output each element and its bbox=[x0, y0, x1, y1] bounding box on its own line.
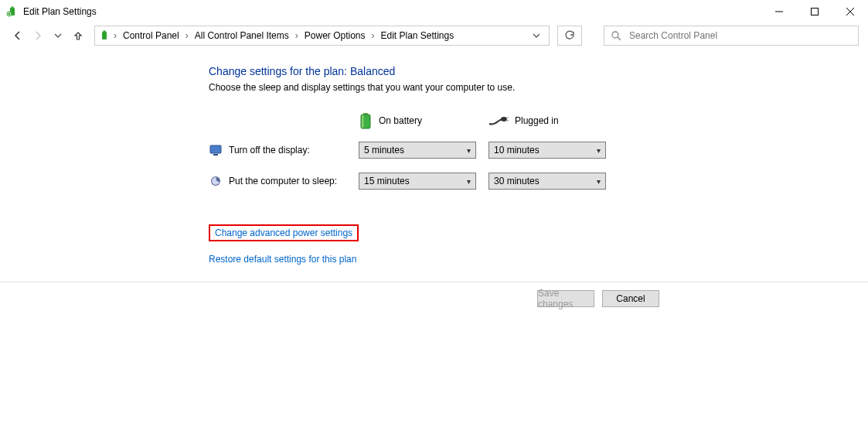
search-icon bbox=[611, 30, 621, 41]
links-area: Change advanced power settings Restore d… bbox=[209, 224, 868, 265]
svg-rect-8 bbox=[104, 31, 106, 32]
row-display-text: Turn off the display: bbox=[229, 145, 310, 156]
plug-icon bbox=[488, 115, 509, 127]
address-dropdown-button[interactable] bbox=[527, 32, 546, 39]
footer-buttons: Save changes Cancel bbox=[0, 282, 868, 307]
page-heading: Change settings for the plan: Balanced bbox=[209, 65, 868, 77]
refresh-button[interactable] bbox=[557, 26, 582, 46]
save-changes-button[interactable]: Save changes bbox=[537, 290, 594, 307]
column-plugged-in: Plugged in bbox=[488, 107, 606, 135]
display-icon bbox=[209, 144, 223, 156]
breadcrumb-item[interactable]: Power Options bbox=[301, 30, 369, 41]
row-sleep-label: Put the computer to sleep: bbox=[209, 166, 346, 197]
forward-button[interactable] bbox=[29, 26, 46, 45]
breadcrumb-item[interactable]: All Control Panel Items bbox=[192, 30, 292, 41]
window-controls bbox=[761, 0, 868, 23]
minimize-button[interactable] bbox=[761, 0, 797, 23]
cancel-button[interactable]: Cancel bbox=[602, 290, 659, 307]
search-box[interactable] bbox=[604, 26, 859, 46]
sleep-plugged-dropdown[interactable]: 30 minutes ▾ bbox=[488, 173, 606, 190]
back-button[interactable] bbox=[9, 26, 26, 45]
display-plugged-dropdown[interactable]: 10 minutes ▾ bbox=[488, 142, 606, 159]
row-display-label: Turn off the display: bbox=[209, 135, 346, 166]
chevron-down-icon: ▾ bbox=[467, 146, 471, 155]
titlebar: Edit Plan Settings bbox=[0, 0, 868, 23]
restore-defaults-link[interactable]: Restore default settings for this plan bbox=[209, 254, 356, 265]
settings-grid: On battery Plugged in Turn off t bbox=[209, 107, 868, 197]
nav-row: ›Control Panel ›All Control Panel Items … bbox=[0, 23, 868, 48]
power-plan-icon bbox=[98, 29, 111, 42]
chevron-right-icon[interactable]: › bbox=[184, 30, 190, 41]
svg-line-16 bbox=[506, 121, 509, 121]
battery-icon bbox=[359, 111, 373, 130]
svg-rect-1 bbox=[12, 7, 14, 9]
breadcrumb: ›Control Panel ›All Control Panel Items … bbox=[112, 30, 526, 41]
row-sleep-text: Put the computer to sleep: bbox=[229, 176, 337, 186]
highlight-box: Change advanced power settings bbox=[209, 224, 359, 241]
svg-rect-4 bbox=[812, 9, 819, 15]
svg-point-9 bbox=[612, 32, 618, 38]
svg-rect-7 bbox=[102, 32, 107, 39]
display-battery-dropdown[interactable]: 5 minutes ▾ bbox=[359, 142, 476, 159]
column-label-plugged: Plugged in bbox=[515, 115, 559, 126]
svg-line-15 bbox=[506, 118, 509, 118]
window-title: Edit Plan Settings bbox=[23, 6, 97, 17]
chevron-down-icon: ▾ bbox=[597, 177, 601, 186]
breadcrumb-item[interactable]: Edit Plan Settings bbox=[377, 30, 457, 41]
maximize-button[interactable] bbox=[797, 0, 832, 23]
column-on-battery: On battery bbox=[359, 107, 476, 135]
dropdown-value: 30 minutes bbox=[494, 176, 540, 186]
close-button[interactable] bbox=[832, 0, 868, 23]
main-content: Change settings for the plan: Balanced C… bbox=[0, 48, 868, 265]
svg-rect-13 bbox=[362, 115, 364, 128]
chevron-down-icon: ▾ bbox=[467, 177, 471, 186]
dropdown-value: 5 minutes bbox=[364, 145, 404, 156]
chevron-down-icon: ▾ bbox=[597, 146, 601, 155]
app-title-area: Edit Plan Settings bbox=[6, 5, 761, 18]
dropdown-value: 10 minutes bbox=[494, 145, 540, 156]
chevron-right-icon[interactable]: › bbox=[112, 30, 118, 41]
power-plan-icon bbox=[6, 5, 19, 18]
chevron-right-icon[interactable]: › bbox=[369, 30, 376, 41]
svg-line-10 bbox=[618, 37, 621, 40]
dropdown-value: 15 minutes bbox=[364, 176, 410, 186]
up-button[interactable] bbox=[70, 26, 87, 45]
breadcrumb-item[interactable]: Control Panel bbox=[120, 30, 182, 41]
page-subheading: Choose the sleep and display settings th… bbox=[209, 82, 868, 93]
svg-rect-17 bbox=[210, 145, 221, 153]
search-input[interactable] bbox=[628, 29, 852, 42]
recent-locations-button[interactable] bbox=[49, 26, 66, 45]
svg-rect-18 bbox=[213, 154, 218, 156]
advanced-power-settings-link[interactable]: Change advanced power settings bbox=[215, 227, 352, 238]
sleep-battery-dropdown[interactable]: 15 minutes ▾ bbox=[359, 173, 476, 190]
column-label-battery: On battery bbox=[379, 115, 422, 126]
svg-point-14 bbox=[501, 117, 507, 121]
sleep-icon bbox=[209, 175, 223, 187]
address-bar[interactable]: ›Control Panel ›All Control Panel Items … bbox=[94, 26, 550, 46]
chevron-right-icon[interactable]: › bbox=[294, 30, 300, 41]
